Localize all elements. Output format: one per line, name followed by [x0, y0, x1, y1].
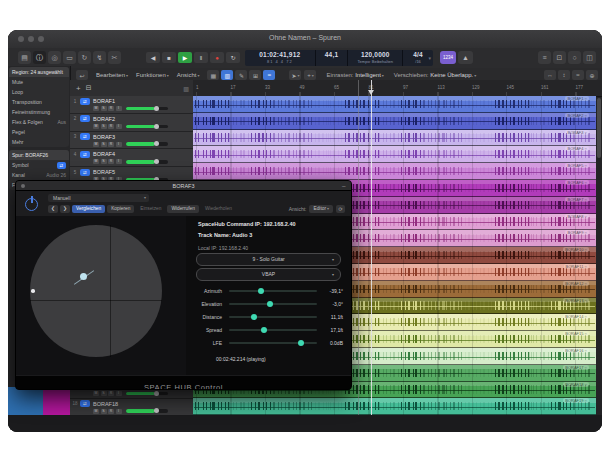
track-m-button[interactable]: M — [93, 409, 99, 414]
track-r-button[interactable]: R — [108, 391, 114, 396]
copy-button[interactable]: Kopieren — [107, 205, 134, 213]
slider-spread[interactable]: Spread17,1ft — [186, 323, 351, 336]
lcd-display[interactable]: 01:02:41,912 81 4 4 72 44,1 120,0000 Tem… — [245, 50, 433, 66]
plugin-minimize-icon[interactable]: ⚊ — [342, 182, 346, 188]
track-i-button[interactable]: I — [116, 106, 122, 111]
inspector-icon[interactable]: ⓘ — [33, 51, 46, 64]
waveform-zoom-icon[interactable]: ≈ — [572, 70, 584, 80]
plugin-titlebar[interactable]: BORAF3 ⚊ — [16, 181, 351, 191]
vertical-scrollbar[interactable] — [597, 98, 601, 158]
track-i-button[interactable]: I — [116, 142, 122, 147]
panning-mode-dropdown[interactable]: VBAP▾ — [196, 268, 341, 281]
track-r-button[interactable]: R — [108, 124, 114, 129]
track-r-button[interactable]: R — [108, 106, 114, 111]
pause-button[interactable]: ‖ — [194, 52, 208, 63]
track-s-button[interactable]: S — [101, 142, 107, 147]
notes-icon[interactable]: ⊡ — [553, 51, 566, 64]
drag-dropdown[interactable]: Verschieben: Keine Überlapp.▾ — [394, 72, 476, 78]
track-volume-slider[interactable] — [126, 142, 168, 146]
track-s-button[interactable]: S — [101, 106, 107, 111]
track-r-button[interactable]: R — [108, 409, 114, 414]
grid-icon[interactable]: ▦ — [207, 70, 219, 80]
track-i-button[interactable]: I — [116, 124, 122, 129]
region-inspector-row[interactable]: Mute — [9, 77, 69, 87]
preset-dropdown[interactable]: Manuell▾ — [48, 194, 149, 202]
track-s-button[interactable]: S — [101, 391, 107, 396]
track-inspector-header[interactable]: Spur: BORAF26 — [9, 150, 69, 160]
quick-help-icon[interactable]: ◎ — [48, 51, 61, 64]
loops-icon[interactable]: ○ — [568, 51, 581, 64]
region-BORAF19[interactable]: BORAF19 ○ — [193, 398, 596, 415]
zoom-h-icon[interactable]: ↔ — [544, 70, 556, 80]
flex-icon[interactable]: ≈ — [263, 70, 275, 80]
menu-funktionen[interactable]: Funktionen▾ — [136, 72, 169, 78]
browser-icon[interactable]: ◫ — [583, 51, 596, 64]
next-preset-button[interactable]: ❯ — [60, 205, 70, 213]
track-m-button[interactable]: M — [93, 159, 99, 164]
track-volume-slider[interactable] — [126, 392, 168, 396]
track-m-button[interactable]: M — [93, 124, 99, 129]
play-button[interactable]: ▶ — [178, 52, 192, 63]
track-i-button[interactable]: I — [116, 159, 122, 164]
secondary-tool-button[interactable]: +▾ — [304, 70, 316, 80]
menu-bearbeiten[interactable]: Bearbeiten▾ — [96, 72, 128, 78]
auto-zoom-icon[interactable]: ⊕ — [586, 70, 598, 80]
paste-button[interactable]: Einsetzen — [136, 205, 165, 213]
region-BORAF4[interactable]: BORAF4 ○ — [193, 146, 596, 163]
slider-knob[interactable] — [251, 314, 257, 320]
region-BORAF5[interactable]: BORAF5 ○ — [193, 163, 596, 180]
record-button[interactable]: ● — [210, 52, 224, 63]
region-inspector-row[interactable]: Feineinstimmung — [9, 107, 69, 117]
bar-ruler[interactable]: 1173349658197113129145161177 — [193, 80, 602, 97]
track-m-button[interactable]: M — [93, 391, 99, 396]
marquee-icon[interactable]: ⊞ — [249, 70, 261, 80]
track-volume-slider[interactable] — [126, 160, 168, 164]
snap-grid-icon[interactable]: ▥ — [221, 70, 233, 80]
playhead[interactable] — [371, 80, 372, 415]
slider-knob[interactable] — [258, 288, 264, 294]
snap-dropdown[interactable]: Einrasten: Intelligent▾ — [326, 72, 383, 78]
track-header-BORAF1[interactable]: 1⇄BORAF1MSRI — [70, 96, 193, 114]
library-icon[interactable]: ▤ — [18, 51, 31, 64]
track-s-button[interactable]: S — [101, 159, 107, 164]
region-inspector-row[interactable]: Mehr — [9, 137, 69, 147]
source-puck[interactable] — [80, 273, 87, 280]
editors-icon[interactable]: ✂ — [108, 51, 121, 64]
track-header-BORAF18[interactable]: 18⇄BORAF18MSRI — [70, 399, 193, 416]
slider-lfe[interactable]: LFE0.0dB — [186, 336, 351, 349]
region-inspector-header[interactable]: Region: 24 ausgewählt — [9, 67, 69, 77]
track-volume-slider[interactable] — [126, 409, 168, 413]
link-icon[interactable]: ⟳ — [336, 205, 345, 213]
slider-azimuth[interactable]: Azimuth-39,1° — [186, 284, 351, 297]
color-swatch[interactable] — [8, 387, 43, 415]
region-BORAF1[interactable]: BORAF1 ○ — [193, 96, 596, 113]
region-inspector-row[interactable]: Transposition — [9, 97, 69, 107]
slider-knob[interactable] — [298, 340, 304, 346]
rewind-button[interactable]: ◀ — [146, 52, 160, 63]
track-inspector-row[interactable]: KanalAudio 26 — [9, 170, 69, 180]
playhead-marker[interactable] — [368, 90, 374, 95]
list-editors-icon[interactable]: ≡ — [538, 51, 551, 64]
track-volume-slider[interactable] — [126, 107, 168, 111]
region-inspector-row[interactable]: Loop — [9, 87, 69, 97]
region-BORAF3[interactable]: BORAF3 ○ — [193, 130, 596, 147]
zoom-v-icon[interactable]: ↕ — [558, 70, 570, 80]
panner-radar[interactable] — [16, 216, 186, 376]
track-r-button[interactable]: R — [108, 159, 114, 164]
automation-icon[interactable]: ✎ — [235, 70, 247, 80]
region-inspector-row[interactable]: Flex & FolgenAus — [9, 117, 69, 127]
track-stack-icon[interactable]: ⊟ — [86, 84, 92, 92]
region-inspector-row[interactable]: Pegel — [9, 127, 69, 137]
track-i-button[interactable]: I — [116, 409, 122, 414]
power-icon[interactable] — [24, 196, 40, 212]
media-icon[interactable]: ↯ — [93, 51, 106, 64]
track-header-BORAF2[interactable]: 2⇄BORAF2MSRI — [70, 114, 193, 132]
track-m-button[interactable]: M — [93, 142, 99, 147]
pointer-tool-button[interactable]: ➤▾ — [289, 70, 301, 80]
metronome-icon[interactable]: ▲ — [458, 51, 473, 64]
track-inspector-row[interactable]: Symbol⇄ — [9, 160, 69, 170]
add-track-button[interactable]: + — [76, 84, 81, 93]
slider-distance[interactable]: Distance11,1ft — [186, 310, 351, 323]
redo-button[interactable]: Wiederholen — [201, 205, 236, 213]
cycle-button[interactable]: ↻ — [226, 52, 240, 63]
